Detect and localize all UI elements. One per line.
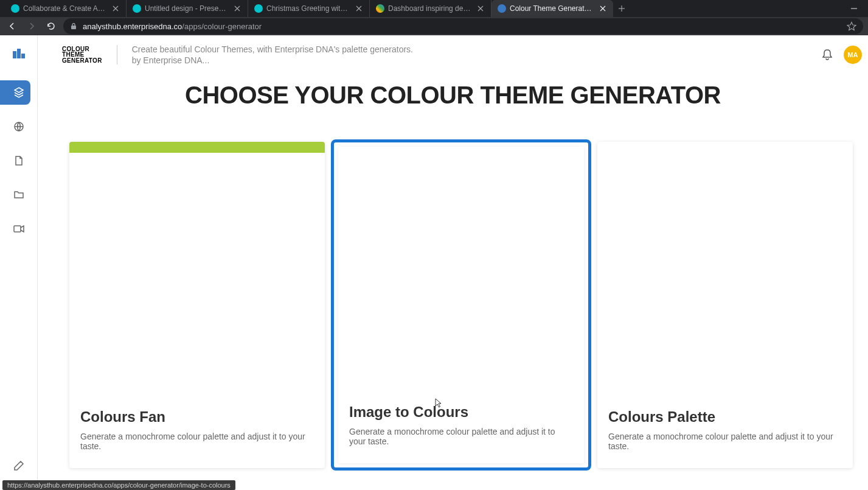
card-colours-palette[interactable]: Colours Palette Generate a monochrome co… bbox=[597, 142, 853, 468]
card-desc: Generate a monochrome colour palette and… bbox=[349, 427, 573, 446]
minimize-button[interactable] bbox=[840, 0, 868, 17]
tab-label: Dashboard inspiring designs - G bbox=[388, 4, 473, 13]
notifications-icon[interactable] bbox=[821, 48, 834, 61]
tab-label: Untitled design - Presentation (1 bbox=[145, 4, 229, 13]
url-host: analysthub.enterprisedna.co bbox=[83, 22, 182, 31]
card-preview bbox=[69, 142, 325, 397]
browser-tab-1[interactable]: Collaborate & Create Amazing G bbox=[5, 0, 127, 17]
card-info: Colours Fan Generate a monochrome colour… bbox=[69, 397, 325, 468]
url-path: /apps/colour-generator bbox=[182, 22, 262, 31]
bookmark-icon[interactable] bbox=[846, 21, 857, 32]
tab-label: Colour Theme Generator - Analy bbox=[510, 4, 595, 13]
app-layout: COLOUR THEME GENERATOR Create beautiful … bbox=[0, 35, 868, 490]
card-preview-accent bbox=[69, 142, 325, 153]
header-desc-line2: by Enterprise DNA... bbox=[132, 55, 413, 66]
window-controls bbox=[840, 0, 868, 17]
app-logo-icon[interactable] bbox=[10, 46, 27, 61]
forward-button[interactable] bbox=[24, 19, 39, 33]
url-bar[interactable]: analysthub.enterprisedna.co/apps/colour-… bbox=[63, 18, 863, 34]
tab-favicon-icon bbox=[11, 4, 19, 13]
svg-rect-13 bbox=[71, 26, 76, 29]
close-icon[interactable] bbox=[355, 4, 363, 13]
avatar-initials: MA bbox=[847, 51, 858, 58]
browser-tab-5[interactable]: Colour Theme Generator - Analy bbox=[491, 0, 613, 17]
new-tab-button[interactable] bbox=[613, 0, 630, 17]
card-preview bbox=[597, 142, 853, 397]
sidebar-item-web[interactable] bbox=[5, 114, 32, 139]
header-bar: COLOUR THEME GENERATOR Create beautiful … bbox=[38, 35, 868, 74]
close-icon[interactable] bbox=[599, 4, 607, 13]
sidebar-item-edit[interactable] bbox=[5, 453, 32, 478]
url-text: analysthub.enterprisedna.co/apps/colour-… bbox=[83, 22, 262, 31]
main-content: COLOUR THEME GENERATOR Create beautiful … bbox=[38, 35, 868, 490]
divider bbox=[117, 45, 117, 65]
sidebar bbox=[0, 35, 38, 490]
card-info: Colours Palette Generate a monochrome co… bbox=[597, 397, 853, 468]
brand-logo: COLOUR THEME GENERATOR bbox=[62, 46, 102, 64]
card-colours-fan[interactable]: Colours Fan Generate a monochrome colour… bbox=[69, 142, 325, 468]
card-desc: Generate a monochrome colour palette and… bbox=[80, 432, 314, 451]
close-icon[interactable] bbox=[111, 4, 120, 13]
sidebar-item-folder[interactable] bbox=[5, 183, 32, 207]
tab-favicon-icon bbox=[133, 4, 141, 13]
tab-favicon-icon bbox=[376, 4, 384, 13]
card-desc: Generate a monochrome colour palette and… bbox=[608, 432, 842, 451]
sidebar-item-apps[interactable] bbox=[0, 80, 30, 105]
generator-cards: Colours Fan Generate a monochrome colour… bbox=[38, 109, 868, 480]
close-icon[interactable] bbox=[476, 4, 485, 13]
browser-chrome: Collaborate & Create Amazing G Untitled … bbox=[0, 0, 868, 35]
tab-label: Collaborate & Create Amazing G bbox=[23, 4, 108, 13]
tab-favicon-icon bbox=[498, 4, 506, 13]
tab-favicon-icon bbox=[254, 4, 263, 13]
svg-rect-15 bbox=[14, 226, 21, 232]
status-bar: https://analysthub.enterprisedna.co/apps… bbox=[2, 480, 235, 490]
browser-tab-2[interactable]: Untitled design - Presentation (1 bbox=[127, 0, 248, 17]
tab-label: Christmas Greeting with Man ho bbox=[266, 4, 351, 13]
back-button[interactable] bbox=[5, 19, 19, 33]
header-description: Create beautiful Colour Themes, with Ent… bbox=[132, 44, 413, 66]
browser-tab-3[interactable]: Christmas Greeting with Man ho bbox=[248, 0, 370, 17]
card-image-to-colours[interactable]: Image to Colours Generate a monochrome c… bbox=[333, 142, 589, 468]
brand-line3: GENERATOR bbox=[62, 58, 102, 64]
page-title: CHOOSE YOUR COLOUR THEME GENERATOR bbox=[38, 82, 868, 109]
card-title: Image to Colours bbox=[349, 404, 573, 421]
lock-icon bbox=[69, 22, 78, 30]
reload-button[interactable] bbox=[44, 19, 58, 33]
card-info: Image to Colours Generate a monochrome c… bbox=[338, 393, 584, 463]
header-right: MA bbox=[821, 46, 844, 64]
tab-strip: Collaborate & Create Amazing G Untitled … bbox=[0, 0, 868, 17]
card-title: Colours Fan bbox=[80, 408, 314, 425]
header-desc-line1: Create beautiful Colour Themes, with Ent… bbox=[132, 44, 413, 55]
sidebar-item-video[interactable] bbox=[5, 217, 32, 241]
sidebar-item-file[interactable] bbox=[5, 149, 32, 173]
browser-tab-4[interactable]: Dashboard inspiring designs - G bbox=[370, 0, 491, 17]
close-icon[interactable] bbox=[233, 4, 241, 13]
card-preview bbox=[338, 147, 584, 393]
user-avatar[interactable]: MA bbox=[844, 46, 862, 64]
nav-bar: analysthub.enterprisedna.co/apps/colour-… bbox=[0, 17, 868, 35]
card-title: Colours Palette bbox=[608, 408, 842, 425]
